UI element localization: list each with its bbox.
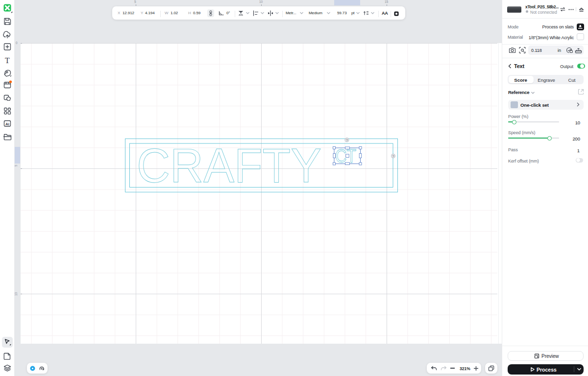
svg-text:T: T	[5, 56, 10, 65]
svg-text:Ai: Ai	[5, 122, 9, 126]
svg-text:CRAFTY: CRAFTY	[137, 139, 321, 192]
